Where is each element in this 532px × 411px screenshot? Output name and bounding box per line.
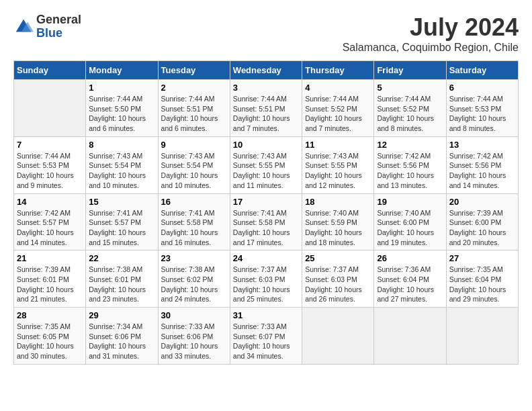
calendar-cell: 14Sunrise: 7:42 AMSunset: 5:57 PMDayligh… [14,193,86,250]
day-number: 5 [377,83,443,93]
day-info: Sunrise: 7:34 AMSunset: 6:06 PMDaylight:… [89,322,154,361]
calendar-cell: 5Sunrise: 7:44 AMSunset: 5:52 PMDaylight… [374,80,446,137]
calendar-week-1: 1Sunrise: 7:44 AMSunset: 5:50 PMDaylight… [14,80,519,137]
day-info: Sunrise: 7:33 AMSunset: 6:07 PMDaylight:… [233,322,299,361]
day-info: Sunrise: 7:39 AMSunset: 6:01 PMDaylight:… [17,265,83,304]
calendar-cell: 19Sunrise: 7:40 AMSunset: 6:00 PMDayligh… [374,193,446,250]
day-info: Sunrise: 7:44 AMSunset: 5:52 PMDaylight:… [377,94,443,134]
calendar-cell: 1Sunrise: 7:44 AMSunset: 5:50 PMDaylight… [86,80,158,137]
day-info: Sunrise: 7:44 AMSunset: 5:51 PMDaylight:… [233,94,299,134]
header-day-saturday: Saturday [446,61,518,80]
calendar-cell: 16Sunrise: 7:41 AMSunset: 5:58 PMDayligh… [158,193,230,250]
day-info: Sunrise: 7:41 AMSunset: 5:58 PMDaylight:… [233,208,299,248]
calendar-cell: 17Sunrise: 7:41 AMSunset: 5:58 PMDayligh… [230,193,302,250]
day-number: 31 [233,310,299,320]
day-number: 11 [305,140,371,150]
day-info: Sunrise: 7:35 AMSunset: 6:04 PMDaylight:… [449,265,515,304]
title-area: July 2024 Salamanca, Coquimbo Region, Ch… [343,13,519,54]
day-info: Sunrise: 7:41 AMSunset: 5:58 PMDaylight:… [161,208,227,248]
calendar-cell: 12Sunrise: 7:42 AMSunset: 5:56 PMDayligh… [374,136,446,193]
day-info: Sunrise: 7:44 AMSunset: 5:53 PMDaylight:… [17,151,83,191]
header-day-tuesday: Tuesday [158,61,230,80]
calendar-cell [302,308,374,365]
day-number: 15 [89,197,154,207]
day-info: Sunrise: 7:44 AMSunset: 5:51 PMDaylight:… [161,94,227,134]
day-info: Sunrise: 7:33 AMSunset: 6:06 PMDaylight:… [161,322,227,361]
month-year-title: July 2024 [343,13,519,42]
header-day-monday: Monday [86,61,158,80]
day-number: 16 [161,197,227,207]
calendar-cell: 9Sunrise: 7:43 AMSunset: 5:54 PMDaylight… [158,136,230,193]
day-number: 8 [89,140,154,150]
calendar-cell: 20Sunrise: 7:39 AMSunset: 6:00 PMDayligh… [446,193,518,250]
location-subtitle: Salamanca, Coquimbo Region, Chile [343,42,519,54]
header-day-wednesday: Wednesday [230,61,302,80]
header-day-friday: Friday [374,61,446,80]
calendar-cell: 15Sunrise: 7:41 AMSunset: 5:57 PMDayligh… [86,193,158,250]
calendar-cell: 27Sunrise: 7:35 AMSunset: 6:04 PMDayligh… [446,250,518,308]
calendar-cell [446,308,518,365]
day-info: Sunrise: 7:44 AMSunset: 5:53 PMDaylight:… [449,94,515,134]
day-number: 25 [305,253,371,263]
day-number: 18 [305,197,371,207]
day-number: 20 [449,197,515,207]
calendar-table: SundayMondayTuesdayWednesdayThursdayFrid… [13,60,519,365]
header-day-thursday: Thursday [302,61,374,80]
day-info: Sunrise: 7:43 AMSunset: 5:54 PMDaylight:… [89,151,154,191]
calendar-cell: 11Sunrise: 7:43 AMSunset: 5:55 PMDayligh… [302,136,374,193]
day-number: 14 [17,197,83,207]
day-number: 30 [161,310,227,320]
calendar-week-5: 28Sunrise: 7:35 AMSunset: 6:05 PMDayligh… [14,308,519,365]
day-number: 9 [161,140,227,150]
day-info: Sunrise: 7:43 AMSunset: 5:55 PMDaylight:… [305,151,371,191]
calendar-cell: 25Sunrise: 7:37 AMSunset: 6:03 PMDayligh… [302,250,374,308]
day-info: Sunrise: 7:43 AMSunset: 5:54 PMDaylight:… [161,151,227,191]
calendar-cell: 26Sunrise: 7:36 AMSunset: 6:04 PMDayligh… [374,250,446,308]
calendar-cell: 13Sunrise: 7:42 AMSunset: 5:56 PMDayligh… [446,136,518,193]
day-number: 6 [449,83,515,93]
header-row: SundayMondayTuesdayWednesdayThursdayFrid… [14,61,519,80]
day-info: Sunrise: 7:40 AMSunset: 5:59 PMDaylight:… [305,208,371,248]
calendar-cell: 7Sunrise: 7:44 AMSunset: 5:53 PMDaylight… [14,136,86,193]
day-info: Sunrise: 7:37 AMSunset: 6:03 PMDaylight:… [305,265,371,304]
calendar-cell: 23Sunrise: 7:38 AMSunset: 6:02 PMDayligh… [158,250,230,308]
day-number: 2 [161,83,227,93]
day-number: 10 [233,140,299,150]
day-number: 21 [17,253,83,263]
calendar-cell: 22Sunrise: 7:38 AMSunset: 6:01 PMDayligh… [86,250,158,308]
calendar-cell: 4Sunrise: 7:44 AMSunset: 5:52 PMDaylight… [302,80,374,137]
calendar-cell [14,80,86,137]
day-number: 1 [89,83,154,93]
day-info: Sunrise: 7:40 AMSunset: 6:00 PMDaylight:… [377,208,443,248]
calendar-cell: 8Sunrise: 7:43 AMSunset: 5:54 PMDaylight… [86,136,158,193]
day-number: 12 [377,140,443,150]
calendar-cell: 10Sunrise: 7:43 AMSunset: 5:55 PMDayligh… [230,136,302,193]
day-number: 28 [17,310,83,320]
day-number: 17 [233,197,299,207]
calendar-cell: 24Sunrise: 7:37 AMSunset: 6:03 PMDayligh… [230,250,302,308]
day-number: 27 [449,253,515,263]
calendar-week-4: 21Sunrise: 7:39 AMSunset: 6:01 PMDayligh… [14,250,519,308]
calendar-cell: 2Sunrise: 7:44 AMSunset: 5:51 PMDaylight… [158,80,230,137]
calendar-week-2: 7Sunrise: 7:44 AMSunset: 5:53 PMDaylight… [14,136,519,193]
day-info: Sunrise: 7:41 AMSunset: 5:57 PMDaylight:… [89,208,154,248]
day-info: Sunrise: 7:39 AMSunset: 6:00 PMDaylight:… [449,208,515,248]
day-number: 13 [449,140,515,150]
day-number: 24 [233,253,299,263]
day-info: Sunrise: 7:37 AMSunset: 6:03 PMDaylight:… [233,265,299,304]
day-info: Sunrise: 7:42 AMSunset: 5:56 PMDaylight:… [377,151,443,191]
calendar-cell: 30Sunrise: 7:33 AMSunset: 6:06 PMDayligh… [158,308,230,365]
day-info: Sunrise: 7:38 AMSunset: 6:02 PMDaylight:… [161,265,227,304]
day-info: Sunrise: 7:35 AMSunset: 6:05 PMDaylight:… [17,322,83,361]
page-header: General Blue July 2024 Salamanca, Coquim… [13,13,519,54]
day-number: 23 [161,253,227,263]
calendar-cell: 3Sunrise: 7:44 AMSunset: 5:51 PMDaylight… [230,80,302,137]
calendar-cell: 18Sunrise: 7:40 AMSunset: 5:59 PMDayligh… [302,193,374,250]
logo-icon [13,17,34,37]
day-info: Sunrise: 7:36 AMSunset: 6:04 PMDaylight:… [377,265,443,304]
calendar-cell: 21Sunrise: 7:39 AMSunset: 6:01 PMDayligh… [14,250,86,308]
day-info: Sunrise: 7:44 AMSunset: 5:50 PMDaylight:… [89,94,154,134]
day-number: 26 [377,253,443,263]
calendar-cell: 6Sunrise: 7:44 AMSunset: 5:53 PMDaylight… [446,80,518,137]
day-number: 3 [233,83,299,93]
